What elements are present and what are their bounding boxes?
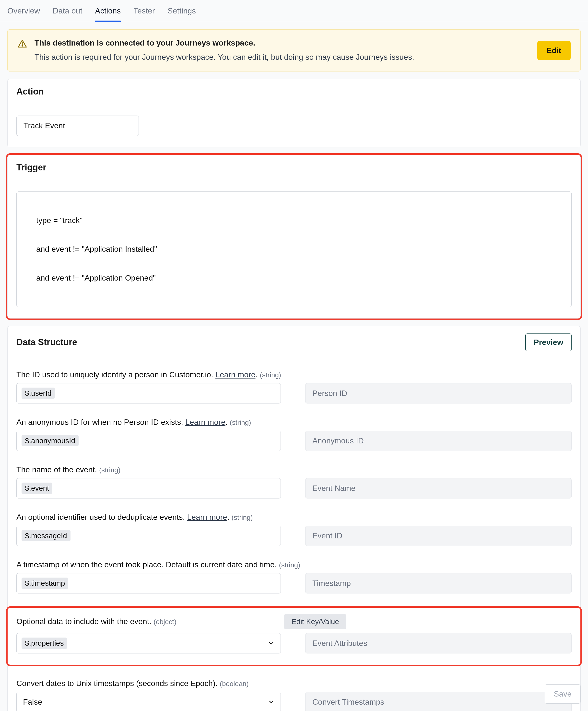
field-event-attributes: Optional data to include with the event.… — [16, 614, 572, 653]
token: $.properties — [22, 638, 67, 649]
token: $.timestamp — [22, 578, 68, 589]
learn-more-link[interactable]: Learn more — [215, 370, 256, 379]
data-structure-card: Data Structure Preview The ID used to un… — [7, 326, 581, 711]
trigger-line: type = "track" — [23, 215, 565, 226]
field-event-id: An optional identifier used to deduplica… — [16, 513, 572, 546]
person-id-placeholder: Person ID — [305, 383, 572, 404]
field-label: An anonymous ID for when no Person ID ex… — [16, 418, 251, 427]
learn-more-link[interactable]: Learn more — [185, 418, 225, 427]
event-id-placeholder: Event ID — [305, 526, 572, 546]
field-event-name: The name of the event. (string) $.event … — [16, 465, 572, 498]
journeys-alert: This destination is connected to your Jo… — [7, 29, 581, 71]
tab-tester[interactable]: Tester — [133, 3, 155, 22]
trigger-code[interactable]: type = "track" and event != "Application… — [16, 191, 572, 307]
main-tabs: Overview Data out Actions Tester Setting… — [0, 0, 588, 22]
field-convert-timestamps: Convert dates to Unix timestamps (second… — [16, 679, 572, 711]
field-label: Optional data to include with the event.… — [16, 617, 176, 626]
select-value: False — [22, 697, 42, 707]
edit-key-value-button[interactable]: Edit Key/Value — [284, 614, 346, 629]
field-label: An optional identifier used to deduplica… — [16, 513, 253, 522]
tab-actions[interactable]: Actions — [95, 3, 121, 22]
data-structure-title: Data Structure — [16, 337, 77, 347]
action-select[interactable]: Track Event — [16, 115, 139, 136]
event-id-input[interactable]: $.messageId — [16, 526, 281, 546]
field-label: Convert dates to Unix timestamps (second… — [16, 679, 249, 688]
trigger-title: Trigger — [16, 162, 46, 173]
field-label: A timestamp of when the event took place… — [16, 560, 300, 569]
event-attributes-highlight: Optional data to include with the event.… — [7, 608, 581, 665]
field-label: The name of the event. (string) — [16, 465, 121, 474]
token: $.event — [22, 482, 52, 494]
timestamp-input[interactable]: $.timestamp — [16, 573, 281, 594]
chevron-down-icon — [268, 698, 275, 705]
action-title: Action — [16, 86, 44, 97]
svg-point-1 — [22, 46, 23, 46]
event-attributes-placeholder: Event Attributes — [305, 633, 572, 653]
alert-title: This destination is connected to your Jo… — [35, 39, 530, 47]
tab-settings[interactable]: Settings — [168, 3, 196, 22]
tab-data-out[interactable]: Data out — [52, 3, 82, 22]
anonymous-id-input[interactable]: $.anonymousId — [16, 431, 281, 451]
token: $.userId — [22, 388, 55, 399]
event-attributes-input[interactable]: $.properties — [16, 633, 281, 653]
trigger-line: and event != "Application Opened" — [23, 273, 565, 283]
convert-timestamps-select[interactable]: False — [16, 692, 281, 711]
field-label: The ID used to uniquely identify a perso… — [16, 370, 281, 379]
learn-more-link[interactable]: Learn more — [187, 513, 227, 521]
edit-button[interactable]: Edit — [537, 41, 571, 60]
anonymous-id-placeholder: Anonymous ID — [305, 431, 572, 451]
event-name-input[interactable]: $.event — [16, 478, 281, 498]
chevron-down-icon — [268, 640, 275, 647]
field-person-id: The ID used to uniquely identify a perso… — [16, 370, 572, 404]
alert-desc: This action is required for your Journey… — [35, 52, 530, 62]
preview-button[interactable]: Preview — [525, 333, 572, 351]
token: $.anonymousId — [22, 435, 79, 446]
warning-icon — [17, 39, 27, 49]
timestamp-placeholder: Timestamp — [305, 573, 572, 594]
field-timestamp: A timestamp of when the event took place… — [16, 560, 572, 594]
convert-timestamps-placeholder: Convert Timestamps — [305, 692, 572, 711]
action-card: Action Track Event — [7, 79, 581, 147]
trigger-card: Trigger type = "track" and event != "App… — [7, 155, 581, 319]
token: $.messageId — [22, 530, 70, 541]
person-id-input[interactable]: $.userId — [16, 383, 281, 404]
field-anonymous-id: An anonymous ID for when no Person ID ex… — [16, 418, 572, 451]
trigger-line: and event != "Application Installed" — [23, 244, 565, 254]
event-name-placeholder: Event Name — [305, 478, 572, 498]
save-button[interactable]: Save — [545, 684, 581, 704]
tab-overview[interactable]: Overview — [7, 3, 40, 22]
